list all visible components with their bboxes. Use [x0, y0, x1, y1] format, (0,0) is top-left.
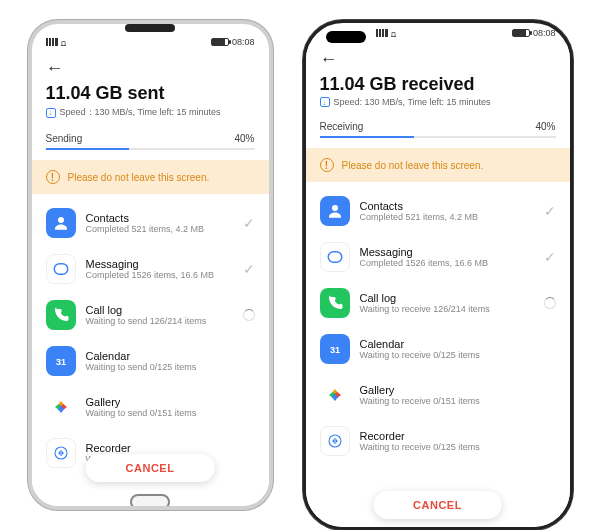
item-name: Calendar	[86, 350, 245, 362]
title-area: 11.04 GB sent ↓ Speed：130 MB/s, Time lef…	[32, 81, 269, 127]
svg-text:31: 31	[329, 345, 339, 355]
checkmark-icon: ✓	[243, 215, 255, 231]
item-name: Messaging	[360, 246, 534, 258]
receiver-phone: ⩍ 08:08 ← 11.04 GB received ↓ Speed: 130…	[303, 20, 573, 530]
item-status: Waiting to receive 0/125 items	[360, 442, 546, 452]
item-text: MessagingCompleted 1526 items, 16.6 MB	[86, 258, 233, 280]
call-log-icon	[46, 300, 76, 330]
calendar-icon: 31	[46, 346, 76, 376]
progress-row: Sending 40%	[32, 127, 269, 146]
warning-text: Please do not leave this screen.	[342, 160, 484, 171]
list-item[interactable]: 31CalendarWaiting to send 0/125 items	[32, 338, 269, 384]
item-name: Gallery	[360, 384, 546, 396]
item-status: Completed 521 items, 4.2 MB	[86, 224, 233, 234]
sender-phone: ⩍ 08:08 ← 11.04 GB sent ↓ Speed：130 MB/s…	[28, 20, 273, 510]
call-log-icon	[320, 288, 350, 318]
battery-icon	[512, 29, 530, 37]
status-bar: ⩍ 08:08	[32, 32, 269, 52]
checkmark-icon: ✓	[243, 261, 255, 277]
items-list[interactable]: ContactsCompleted 521 items, 4.2 MB✓Mess…	[32, 194, 269, 490]
clock: 08:08	[232, 37, 255, 47]
list-item[interactable]: ContactsCompleted 521 items, 4.2 MB✓	[32, 200, 269, 246]
item-status: Completed 521 items, 4.2 MB	[360, 212, 534, 222]
progress-fill	[46, 148, 130, 150]
battery-icon	[211, 38, 229, 46]
item-name: Calendar	[360, 338, 546, 350]
screen: ← 11.04 GB sent ↓ Speed：130 MB/s, Time l…	[32, 52, 269, 490]
title-area: 11.04 GB received ↓ Speed: 130 MB/s, Tim…	[306, 72, 570, 115]
speed-icon: ↓	[46, 108, 56, 118]
item-text: ContactsCompleted 521 items, 4.2 MB	[360, 200, 534, 222]
svg-point-8	[332, 205, 338, 211]
item-name: Contacts	[360, 200, 534, 212]
messaging-icon	[320, 242, 350, 272]
item-name: Messaging	[86, 258, 233, 270]
back-arrow-icon[interactable]: ←	[320, 49, 338, 70]
progress-row: Receiving 40%	[306, 115, 570, 134]
cancel-button[interactable]: CANCEL	[373, 491, 502, 519]
clock: 08:08	[533, 28, 556, 38]
item-name: Recorder	[360, 430, 546, 442]
gallery-icon	[46, 392, 76, 422]
item-text: CalendarWaiting to send 0/125 items	[86, 350, 245, 372]
cancel-button[interactable]: CANCEL	[86, 454, 215, 482]
item-status: Waiting to send 0/151 items	[86, 408, 245, 418]
recorder-icon	[320, 426, 350, 456]
item-name: Recorder	[86, 442, 245, 454]
list-item[interactable]: Call logWaiting to receive 126/214 items	[306, 280, 570, 326]
spinner-icon	[544, 297, 556, 309]
header: ←	[32, 52, 269, 81]
item-status: Waiting to receive 126/214 items	[360, 304, 534, 314]
gallery-icon	[320, 380, 350, 410]
contacts-icon	[320, 196, 350, 226]
progress-percent: 40%	[234, 133, 254, 144]
progress-fill	[320, 136, 414, 138]
list-item[interactable]: MessagingCompleted 1526 items, 16.6 MB✓	[32, 246, 269, 292]
item-status: Waiting to receive 0/151 items	[360, 396, 546, 406]
signal-icon	[46, 38, 58, 46]
progress-bar	[46, 148, 255, 150]
warning-banner: ! Please do not leave this screen.	[32, 160, 269, 194]
warning-banner: ! Please do not leave this screen.	[306, 148, 570, 182]
list-item[interactable]: GalleryWaiting to send 0/151 items	[32, 384, 269, 430]
items-list[interactable]: ContactsCompleted 521 items, 4.2 MB✓Mess…	[306, 182, 570, 527]
header: ←	[306, 43, 570, 72]
item-status: Waiting to receive 0/125 items	[360, 350, 546, 360]
list-item[interactable]: ContactsCompleted 521 items, 4.2 MB✓	[306, 188, 570, 234]
item-text: RecorderWaiting to receive 0/125 items	[360, 430, 546, 452]
svg-rect-9	[328, 252, 342, 263]
item-text: MessagingCompleted 1526 items, 16.6 MB	[360, 246, 534, 268]
progress-label: Receiving	[320, 121, 364, 132]
recorder-icon	[46, 438, 76, 468]
item-text: CalendarWaiting to receive 0/125 items	[360, 338, 546, 360]
warning-icon: !	[320, 158, 334, 172]
progress-percent: 40%	[535, 121, 555, 132]
spinner-icon	[243, 309, 255, 321]
transfer-title: 11.04 GB sent	[46, 83, 255, 104]
item-name: Call log	[86, 304, 233, 316]
item-text: GalleryWaiting to send 0/151 items	[86, 396, 245, 418]
item-status: Completed 1526 items, 16.6 MB	[86, 270, 233, 280]
wifi-icon: ⩍	[391, 28, 396, 39]
speed-text: Speed: 130 MB/s, Time left: 15 minutes	[334, 97, 491, 107]
speed-line: ↓ Speed: 130 MB/s, Time left: 15 minutes	[320, 97, 556, 107]
wifi-icon: ⩍	[61, 37, 66, 48]
item-text: Call logWaiting to receive 126/214 items	[360, 292, 534, 314]
list-item[interactable]: 31CalendarWaiting to receive 0/125 items	[306, 326, 570, 372]
back-arrow-icon[interactable]: ←	[46, 58, 64, 79]
warning-icon: !	[46, 170, 60, 184]
camera-punch	[326, 31, 366, 43]
speed-line: ↓ Speed：130 MB/s, Time left: 15 minutes	[46, 106, 255, 119]
item-name: Call log	[360, 292, 534, 304]
svg-rect-1	[54, 264, 68, 275]
list-item[interactable]: Call logWaiting to send 126/214 items	[32, 292, 269, 338]
item-text: GalleryWaiting to receive 0/151 items	[360, 384, 546, 406]
home-button[interactable]	[130, 494, 170, 510]
list-item[interactable]: GalleryWaiting to receive 0/151 items	[306, 372, 570, 418]
contacts-icon	[46, 208, 76, 238]
list-item[interactable]: RecorderWaiting to receive 0/125 items	[306, 418, 570, 464]
list-item[interactable]: MessagingCompleted 1526 items, 16.6 MB✓	[306, 234, 570, 280]
item-text: Call logWaiting to send 126/214 items	[86, 304, 233, 326]
item-name: Gallery	[86, 396, 245, 408]
svg-point-0	[58, 217, 64, 223]
